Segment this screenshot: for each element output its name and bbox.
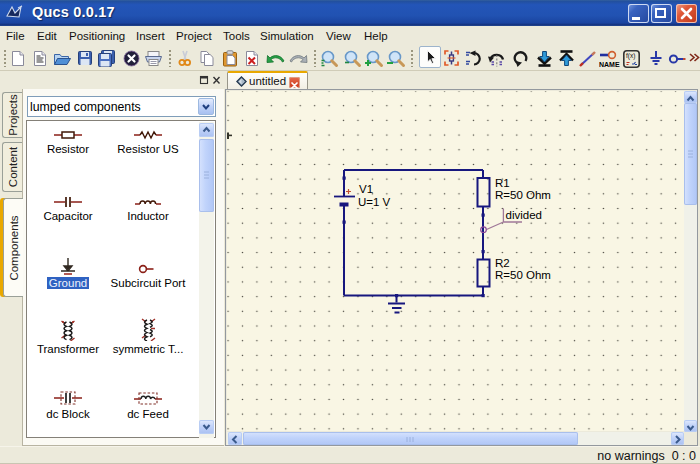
svg-text:NAME: NAME bbox=[599, 61, 620, 68]
svg-text:R=50 Ohm: R=50 Ohm bbox=[495, 269, 551, 281]
svg-text:R2: R2 bbox=[495, 257, 510, 269]
svg-text:divided: divided bbox=[506, 209, 542, 221]
svg-text:R1: R1 bbox=[495, 177, 510, 189]
svg-text:V1: V1 bbox=[359, 183, 373, 195]
svg-text:f(x): f(x) bbox=[626, 52, 635, 60]
svg-text:R=50 Ohm: R=50 Ohm bbox=[495, 189, 551, 201]
svg-text:U=1 V: U=1 V bbox=[358, 196, 391, 208]
